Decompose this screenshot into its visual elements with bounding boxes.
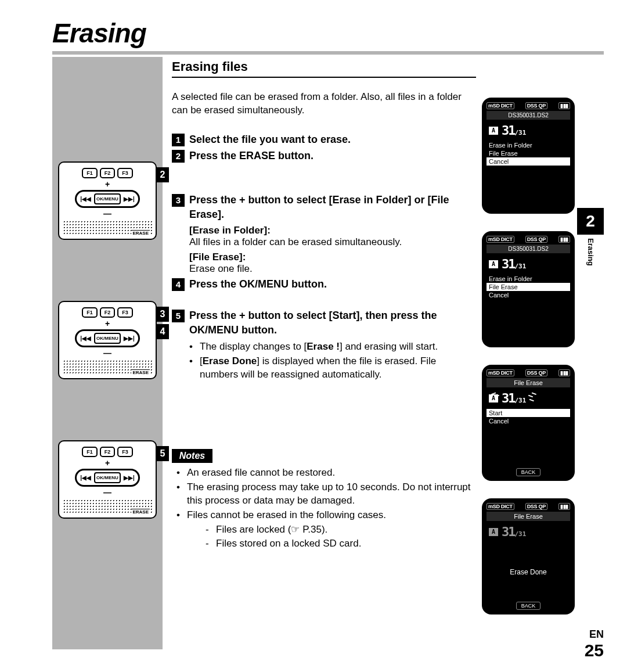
step-5-bullets: The display changes to [Erase !] and era… xyxy=(172,340,476,382)
chapter-tab-label: Erasing xyxy=(586,238,595,266)
device-ff: ▶▶| xyxy=(122,196,136,202)
device-f1: F1 xyxy=(82,168,98,178)
step-5-bullet-1: The display changes to [Erase !] and era… xyxy=(189,340,476,354)
footer-language: EN xyxy=(585,628,604,641)
device-f2: F2 xyxy=(100,168,116,178)
screen-filename: DS350031.DS2 xyxy=(487,111,570,120)
battery-icon: ▮▮▮ xyxy=(558,369,570,376)
left-illustration-column: F1 F2 F3 + |◀◀ OK/MENU ▶▶| — ERASE 2 xyxy=(52,57,163,649)
option-file-erase: File Erase xyxy=(487,149,570,157)
right-screens-column: mSD DICT DSS QP ▮▮▮ DS350031.DS2 A 31/31… xyxy=(482,57,604,649)
step-3-text: Press the + button to select [Erase in F… xyxy=(189,193,476,221)
step-3-sub1: [Erase in Folder]: All files in a folder… xyxy=(172,225,476,248)
option-cancel-selected: Cancel xyxy=(487,157,570,166)
step-4: 4 Press the OK/MENU button. xyxy=(172,277,476,291)
note-3: Files cannot be erased in the following … xyxy=(176,509,476,551)
device-okmenu: OK/MENU xyxy=(94,193,121,204)
notes-heading: Notes xyxy=(172,449,212,463)
screen-back: BACK xyxy=(516,468,541,476)
device-rew: |◀◀ xyxy=(78,196,93,202)
device-plus: + xyxy=(63,180,152,188)
device-minus: — xyxy=(63,210,152,218)
option-file-erase-selected: File Erase xyxy=(487,283,570,291)
battery-icon: ▮▮▮ xyxy=(558,236,570,243)
step-2: 2 Press the ERASE button. xyxy=(172,149,476,163)
lcd-screen-3: mSD DICT DSS QP ▮▮▮ File Erase A 31/31 S… xyxy=(482,365,575,481)
step-1: 1 Select the file you want to erase. xyxy=(172,132,476,146)
battery-icon: ▮▮▮ xyxy=(558,102,570,109)
step-2-text: Press the ERASE button. xyxy=(189,149,476,163)
step-3-sub2: [File Erase]: Erase one file. xyxy=(172,251,476,275)
device-f3: F3 xyxy=(117,168,133,178)
callout-badge-3: 3 xyxy=(156,307,169,322)
device-illustration-3: F1 F2 F3 + |◀◀ OK/MENU ▶▶| — ERASE xyxy=(58,440,157,519)
device-speaker: ERASE xyxy=(63,220,152,235)
note-1: An erased file cannot be restored. xyxy=(176,466,476,480)
note-3a: Files are locked (☞ P.35). xyxy=(206,523,476,537)
step-1-text: Select the file you want to erase. xyxy=(189,132,476,146)
screen-title-file-erase: File Erase xyxy=(487,378,570,387)
lcd-screen-1: mSD DICT DSS QP ▮▮▮ DS350031.DS2 A 31/31… xyxy=(482,98,575,214)
callout-badge-4: 4 xyxy=(156,324,169,339)
folder-letter: A xyxy=(489,127,498,135)
section-title: Erasing files xyxy=(172,57,476,78)
chapter-tab: 2 Erasing xyxy=(577,208,604,266)
intro-text: A selected file can be erased from a fol… xyxy=(172,91,476,117)
notes-list: An erased file cannot be restored. The e… xyxy=(172,466,476,551)
page-footer: EN 25 xyxy=(585,628,604,660)
chapter-title: Erasing xyxy=(52,17,604,49)
note-2: The erasing process may take up to 10 se… xyxy=(176,481,476,508)
option-erase-folder: Erase in Folder xyxy=(487,141,570,149)
option-start-selected: Start xyxy=(487,409,570,417)
device-erase-label: ERASE xyxy=(131,230,150,236)
device-illustration-2: F1 F2 F3 + |◀◀ OK/MENU ▶▶| — ERASE xyxy=(58,301,157,379)
erase-done-message: Erase Done xyxy=(487,542,570,602)
step-5-text: Press the + button to select [Start], th… xyxy=(189,308,476,337)
lcd-screen-4: mSD DICT DSS QP ▮▮▮ File Erase A 31/31 E… xyxy=(482,498,575,614)
footer-page-number: 25 xyxy=(585,641,604,660)
device-illustration-1: F1 F2 F3 + |◀◀ OK/MENU ▶▶| — ERASE xyxy=(58,161,157,240)
callout-badge-2: 2 xyxy=(156,167,169,182)
battery-icon: ▮▮▮ xyxy=(558,503,570,510)
lcd-screen-2: mSD DICT DSS QP ▮▮▮ DS350031.DS2 A 31/31… xyxy=(482,231,575,347)
chapter-tab-number: 2 xyxy=(577,208,604,235)
step-5-bullet-2: [Erase Done] is displayed when the file … xyxy=(189,355,476,382)
main-text-column: Erasing files A selected file can be era… xyxy=(168,57,476,649)
step-5: 5 Press the + button to select [Start], … xyxy=(172,308,476,337)
note-3b: Files stored on a locked SD card. xyxy=(206,537,476,551)
title-rule xyxy=(52,51,604,55)
step-4-text: Press the OK/MENU button. xyxy=(189,277,476,291)
step-3: 3 Press the + button to select [Erase in… xyxy=(172,193,476,221)
callout-badge-5: 5 xyxy=(156,446,169,461)
